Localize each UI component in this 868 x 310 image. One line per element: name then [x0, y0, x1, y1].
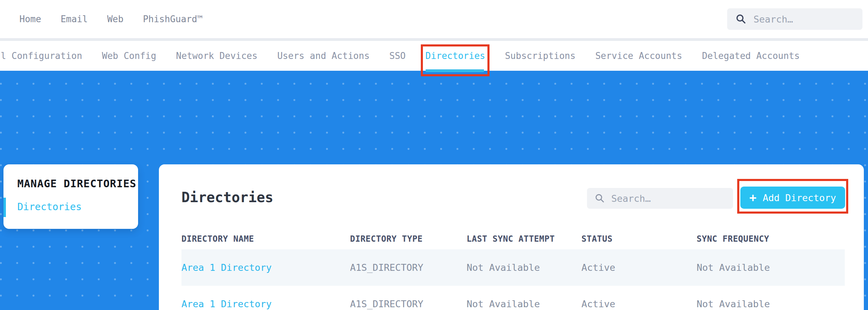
- page-title: Directories: [181, 189, 273, 205]
- nav-item-home[interactable]: Home: [19, 14, 41, 24]
- active-tab-underline: [426, 69, 484, 72]
- tab-sso[interactable]: SSO: [389, 41, 406, 71]
- page-background: MANAGE DIRECTORIES Directories Directori…: [0, 71, 868, 310]
- global-search-input[interactable]: [754, 14, 854, 25]
- directory-type-cell: A1S_DIRECTORY: [350, 262, 467, 273]
- search-icon: [595, 193, 605, 204]
- active-item-indicator-bar: [3, 198, 6, 217]
- directories-panel: Directories + Add Directory DIRECTORY NA…: [159, 164, 864, 310]
- tab-users-and-actions[interactable]: Users and Actions: [277, 41, 369, 71]
- add-directory-wrap: + Add Directory: [740, 187, 845, 209]
- col-status: STATUS: [581, 234, 697, 244]
- tab-delegated-accounts[interactable]: Delegated Accounts: [702, 41, 800, 71]
- search-icon: [735, 14, 747, 25]
- last-sync-cell: Not Available: [467, 299, 581, 309]
- col-last-sync-attempt: LAST SYNC ATTEMPT: [467, 234, 581, 244]
- tab-subscriptions[interactable]: Subscriptions: [505, 41, 576, 71]
- table-header-row: DIRECTORY NAME DIRECTORY TYPE LAST SYNC …: [181, 229, 845, 249]
- tab-directories-label: Directories: [425, 51, 485, 61]
- col-directory-type: DIRECTORY TYPE: [350, 234, 467, 244]
- directory-name-link[interactable]: Area 1 Directory: [181, 262, 350, 273]
- status-cell: Active: [581, 299, 697, 309]
- nav-item-phishguard[interactable]: PhishGuard™: [143, 14, 203, 24]
- directories-search-input[interactable]: [611, 193, 725, 204]
- sync-frequency-cell: Not Available: [697, 299, 812, 309]
- table-row: Area 1 Directory A1S_DIRECTORY Not Avail…: [181, 286, 845, 310]
- directory-type-cell: A1S_DIRECTORY: [350, 299, 467, 309]
- add-directory-label: Add Directory: [763, 192, 836, 203]
- directories-table: DIRECTORY NAME DIRECTORY TYPE LAST SYNC …: [181, 229, 845, 310]
- nav-item-email[interactable]: Email: [61, 14, 88, 24]
- plus-icon: +: [749, 192, 756, 204]
- global-search-box[interactable]: [727, 8, 862, 30]
- directory-name-link[interactable]: Area 1 Directory: [181, 299, 350, 309]
- top-nav: Home Email Web PhishGuard™: [0, 0, 868, 38]
- nav-item-web[interactable]: Web: [107, 14, 124, 24]
- tab-configuration[interactable]: l Configuration: [1, 41, 82, 71]
- last-sync-cell: Not Available: [467, 262, 581, 273]
- tab-web-config[interactable]: Web Config: [102, 41, 156, 71]
- add-directory-button[interactable]: + Add Directory: [740, 187, 845, 209]
- sync-frequency-cell: Not Available: [697, 262, 812, 273]
- table-row: Area 1 Directory A1S_DIRECTORY Not Avail…: [181, 249, 845, 286]
- manage-directories-card: MANAGE DIRECTORIES Directories: [3, 164, 138, 229]
- col-sync-frequency: SYNC FREQUENCY: [697, 234, 812, 244]
- directories-search-box[interactable]: [587, 188, 733, 209]
- tab-network-devices[interactable]: Network Devices: [176, 41, 257, 71]
- tab-service-accounts[interactable]: Service Accounts: [595, 41, 682, 71]
- side-card-title: MANAGE DIRECTORIES: [17, 178, 136, 190]
- tab-directories[interactable]: Directories: [425, 41, 485, 71]
- sidebar-item-directories[interactable]: Directories: [17, 201, 82, 213]
- top-nav-links: Home Email Web PhishGuard™: [19, 14, 203, 24]
- nav-divider: [0, 38, 868, 41]
- col-directory-name: DIRECTORY NAME: [181, 234, 350, 244]
- settings-sub-nav: l Configuration Web Config Network Devic…: [0, 41, 868, 71]
- status-cell: Active: [581, 262, 697, 273]
